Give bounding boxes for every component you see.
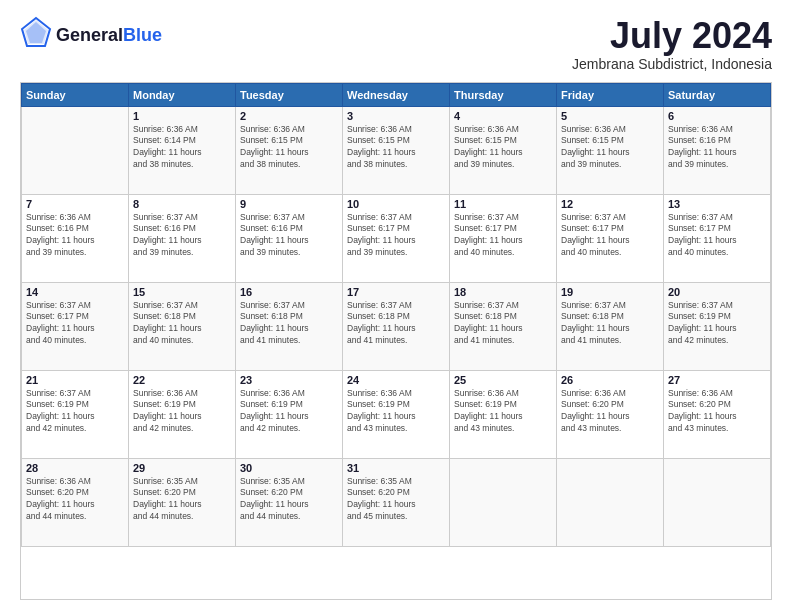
day-number: 15 [133,286,231,298]
logo-text: GeneralBlue [56,25,162,46]
calendar-cell: 21Sunrise: 6:37 AMSunset: 6:19 PMDayligh… [22,370,129,458]
calendar-cell: 29Sunrise: 6:35 AMSunset: 6:20 PMDayligh… [129,458,236,546]
day-info: Sunrise: 6:36 AMSunset: 6:15 PMDaylight:… [454,124,552,172]
day-info: Sunrise: 6:37 AMSunset: 6:17 PMDaylight:… [668,212,766,260]
day-info: Sunrise: 6:36 AMSunset: 6:19 PMDaylight:… [133,388,231,436]
day-info: Sunrise: 6:37 AMSunset: 6:18 PMDaylight:… [133,300,231,348]
calendar-cell: 25Sunrise: 6:36 AMSunset: 6:19 PMDayligh… [450,370,557,458]
day-number: 2 [240,110,338,122]
day-number: 27 [668,374,766,386]
calendar-cell: 9Sunrise: 6:37 AMSunset: 6:16 PMDaylight… [236,194,343,282]
day-number: 14 [26,286,124,298]
calendar-cell: 11Sunrise: 6:37 AMSunset: 6:17 PMDayligh… [450,194,557,282]
calendar-week-5: 28Sunrise: 6:36 AMSunset: 6:20 PMDayligh… [22,458,771,546]
col-thursday: Thursday [450,83,557,106]
calendar: Sunday Monday Tuesday Wednesday Thursday… [20,82,772,600]
calendar-cell: 16Sunrise: 6:37 AMSunset: 6:18 PMDayligh… [236,282,343,370]
day-info: Sunrise: 6:36 AMSunset: 6:19 PMDaylight:… [240,388,338,436]
logo: GeneralBlue [20,16,162,54]
day-info: Sunrise: 6:35 AMSunset: 6:20 PMDaylight:… [347,476,445,524]
day-number: 26 [561,374,659,386]
calendar-cell: 31Sunrise: 6:35 AMSunset: 6:20 PMDayligh… [343,458,450,546]
calendar-week-4: 21Sunrise: 6:37 AMSunset: 6:19 PMDayligh… [22,370,771,458]
col-wednesday: Wednesday [343,83,450,106]
calendar-cell: 18Sunrise: 6:37 AMSunset: 6:18 PMDayligh… [450,282,557,370]
day-info: Sunrise: 6:37 AMSunset: 6:18 PMDaylight:… [240,300,338,348]
calendar-cell [664,458,771,546]
day-number: 29 [133,462,231,474]
page: GeneralBlue July 2024 Jembrana Subdistri… [0,0,792,612]
day-number: 30 [240,462,338,474]
day-number: 25 [454,374,552,386]
calendar-cell: 27Sunrise: 6:36 AMSunset: 6:20 PMDayligh… [664,370,771,458]
col-tuesday: Tuesday [236,83,343,106]
calendar-cell: 10Sunrise: 6:37 AMSunset: 6:17 PMDayligh… [343,194,450,282]
day-number: 22 [133,374,231,386]
calendar-cell: 19Sunrise: 6:37 AMSunset: 6:18 PMDayligh… [557,282,664,370]
calendar-week-3: 14Sunrise: 6:37 AMSunset: 6:17 PMDayligh… [22,282,771,370]
calendar-cell: 3Sunrise: 6:36 AMSunset: 6:15 PMDaylight… [343,106,450,194]
day-number: 4 [454,110,552,122]
calendar-cell: 8Sunrise: 6:37 AMSunset: 6:16 PMDaylight… [129,194,236,282]
calendar-cell: 17Sunrise: 6:37 AMSunset: 6:18 PMDayligh… [343,282,450,370]
location-subtitle: Jembrana Subdistrict, Indonesia [572,56,772,72]
day-number: 28 [26,462,124,474]
calendar-cell: 6Sunrise: 6:36 AMSunset: 6:16 PMDaylight… [664,106,771,194]
calendar-cell: 2Sunrise: 6:36 AMSunset: 6:15 PMDaylight… [236,106,343,194]
day-info: Sunrise: 6:36 AMSunset: 6:19 PMDaylight:… [454,388,552,436]
day-number: 16 [240,286,338,298]
day-number: 9 [240,198,338,210]
day-number: 11 [454,198,552,210]
calendar-cell [557,458,664,546]
col-friday: Friday [557,83,664,106]
logo-blue: Blue [123,25,162,45]
col-saturday: Saturday [664,83,771,106]
calendar-header: Sunday Monday Tuesday Wednesday Thursday… [22,83,771,106]
day-info: Sunrise: 6:37 AMSunset: 6:16 PMDaylight:… [133,212,231,260]
day-number: 6 [668,110,766,122]
day-info: Sunrise: 6:37 AMSunset: 6:18 PMDaylight:… [347,300,445,348]
day-info: Sunrise: 6:36 AMSunset: 6:16 PMDaylight:… [668,124,766,172]
day-number: 20 [668,286,766,298]
calendar-cell: 20Sunrise: 6:37 AMSunset: 6:19 PMDayligh… [664,282,771,370]
calendar-cell: 22Sunrise: 6:36 AMSunset: 6:19 PMDayligh… [129,370,236,458]
day-info: Sunrise: 6:37 AMSunset: 6:18 PMDaylight:… [561,300,659,348]
day-info: Sunrise: 6:37 AMSunset: 6:17 PMDaylight:… [561,212,659,260]
title-area: July 2024 Jembrana Subdistrict, Indonesi… [572,16,772,72]
calendar-week-2: 7Sunrise: 6:36 AMSunset: 6:16 PMDaylight… [22,194,771,282]
col-monday: Monday [129,83,236,106]
calendar-cell [450,458,557,546]
day-info: Sunrise: 6:37 AMSunset: 6:19 PMDaylight:… [668,300,766,348]
calendar-cell: 4Sunrise: 6:36 AMSunset: 6:15 PMDaylight… [450,106,557,194]
day-info: Sunrise: 6:36 AMSunset: 6:15 PMDaylight:… [347,124,445,172]
day-number: 21 [26,374,124,386]
day-info: Sunrise: 6:36 AMSunset: 6:15 PMDaylight:… [561,124,659,172]
day-info: Sunrise: 6:37 AMSunset: 6:17 PMDaylight:… [454,212,552,260]
header: GeneralBlue July 2024 Jembrana Subdistri… [20,16,772,72]
calendar-cell: 26Sunrise: 6:36 AMSunset: 6:20 PMDayligh… [557,370,664,458]
day-number: 17 [347,286,445,298]
calendar-cell: 14Sunrise: 6:37 AMSunset: 6:17 PMDayligh… [22,282,129,370]
day-number: 1 [133,110,231,122]
day-number: 24 [347,374,445,386]
day-info: Sunrise: 6:37 AMSunset: 6:17 PMDaylight:… [347,212,445,260]
day-info: Sunrise: 6:36 AMSunset: 6:19 PMDaylight:… [347,388,445,436]
day-info: Sunrise: 6:35 AMSunset: 6:20 PMDaylight:… [240,476,338,524]
calendar-cell: 1Sunrise: 6:36 AMSunset: 6:14 PMDaylight… [129,106,236,194]
calendar-cell: 23Sunrise: 6:36 AMSunset: 6:19 PMDayligh… [236,370,343,458]
calendar-cell: 15Sunrise: 6:37 AMSunset: 6:18 PMDayligh… [129,282,236,370]
calendar-cell [22,106,129,194]
day-info: Sunrise: 6:36 AMSunset: 6:20 PMDaylight:… [561,388,659,436]
day-info: Sunrise: 6:36 AMSunset: 6:20 PMDaylight:… [668,388,766,436]
day-number: 12 [561,198,659,210]
svg-marker-2 [26,22,46,43]
day-info: Sunrise: 6:36 AMSunset: 6:14 PMDaylight:… [133,124,231,172]
day-info: Sunrise: 6:36 AMSunset: 6:16 PMDaylight:… [26,212,124,260]
day-info: Sunrise: 6:37 AMSunset: 6:16 PMDaylight:… [240,212,338,260]
month-title: July 2024 [572,16,772,56]
day-number: 19 [561,286,659,298]
day-info: Sunrise: 6:36 AMSunset: 6:15 PMDaylight:… [240,124,338,172]
logo-general: General [56,25,123,45]
weekday-header-row: Sunday Monday Tuesday Wednesday Thursday… [22,83,771,106]
calendar-cell: 13Sunrise: 6:37 AMSunset: 6:17 PMDayligh… [664,194,771,282]
